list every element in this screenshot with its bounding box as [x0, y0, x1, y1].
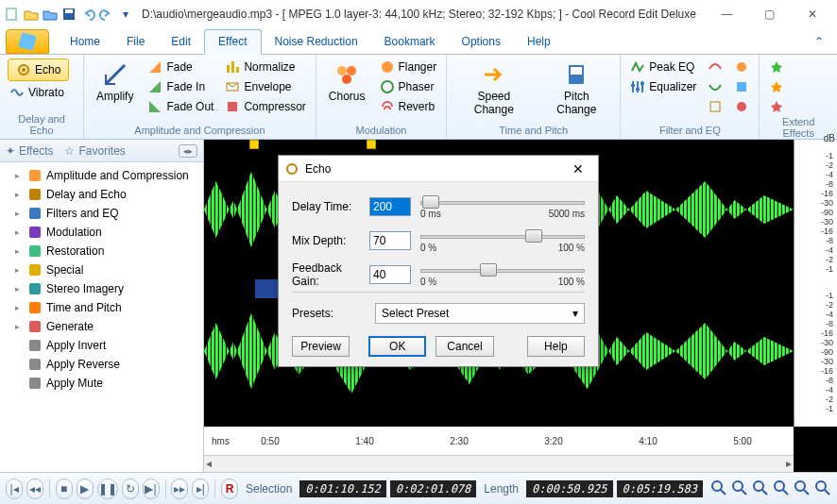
qat-undo-icon[interactable] [79, 6, 96, 23]
expand-icon[interactable] [15, 341, 24, 350]
normalize-button[interactable]: Normalize [223, 59, 307, 76]
expand-icon[interactable]: ▸ [15, 209, 24, 218]
zoom-vert-out-icon[interactable] [814, 479, 831, 498]
vibrato-button[interactable]: Vibrato [8, 84, 69, 101]
transport-play-button[interactable]: ▶ [77, 479, 94, 499]
envelope-button[interactable]: Envelope [223, 78, 307, 95]
tree-item-delay-and-echo[interactable]: ▸Delay and Echo [2, 185, 201, 204]
zoom-out-icon[interactable] [731, 479, 748, 498]
dialog-close-button[interactable]: ✕ [564, 159, 592, 179]
zoom-fit-icon[interactable] [773, 479, 790, 498]
fadein-button[interactable]: Fade In [145, 78, 215, 95]
flanger-button[interactable]: Flanger [378, 59, 439, 76]
transport-start-button[interactable]: |◂ [6, 479, 23, 499]
tree-item-apply-reverse[interactable]: Apply Reverse [2, 355, 201, 374]
tab-options[interactable]: Options [449, 30, 514, 54]
zoom-in-icon[interactable] [710, 479, 727, 498]
tree-item-time-and-pitch[interactable]: ▸Time and Pitch [2, 298, 201, 317]
horizontal-scrollbar[interactable]: ◂ ▸ [204, 455, 794, 472]
cancel-button[interactable]: Cancel [436, 336, 493, 357]
transport-end-button[interactable]: ▸| [192, 479, 209, 499]
transport-stop-button[interactable]: ■ [56, 479, 73, 499]
filter-btn-3[interactable] [706, 98, 725, 115]
amplify-button[interactable]: Amplify [92, 59, 138, 106]
mix-depth-slider[interactable]: 0 % 100 % [420, 227, 585, 254]
transport-forward-button[interactable]: ▸▸ [171, 479, 188, 499]
preview-button[interactable]: Preview [292, 336, 350, 357]
help-button[interactable]: Help [527, 336, 585, 357]
qat-dropdown-icon[interactable]: ▾ [117, 6, 134, 23]
tab-home[interactable]: Home [57, 30, 113, 54]
transport-pause-button[interactable]: ❚❚ [97, 479, 118, 499]
expand-icon[interactable] [15, 360, 24, 369]
marker-end[interactable] [367, 140, 376, 149]
peak-eq-button[interactable]: Peak EQ [628, 59, 698, 76]
filter-btn-2[interactable] [706, 78, 725, 95]
filter-btn-5[interactable] [732, 78, 751, 95]
phaser-button[interactable]: Phaser [378, 78, 439, 95]
speed-change-button[interactable]: Speed Change [454, 59, 533, 119]
minimize-button[interactable]: — [706, 1, 748, 27]
marker-start[interactable] [249, 140, 259, 149]
scroll-right-icon[interactable]: ▸ [786, 457, 792, 470]
tab-edit[interactable]: Edit [158, 30, 204, 54]
scroll-left-icon[interactable]: ◂ [206, 457, 212, 470]
expand-icon[interactable]: ▸ [15, 322, 24, 331]
tree-item-generate[interactable]: ▸Generate [2, 317, 201, 336]
fadeout-button[interactable]: Fade Out [145, 98, 215, 115]
qat-open-icon[interactable] [23, 6, 40, 23]
filter-btn-4[interactable] [732, 59, 751, 76]
transport-playsel-button[interactable]: ▶| [143, 479, 160, 499]
timeline[interactable]: hms 0:501:402:303:204:105:00 [204, 427, 794, 455]
close-button[interactable]: ✕ [791, 1, 833, 27]
zoom-sel-icon[interactable] [752, 479, 769, 498]
fade-button[interactable]: Fade [145, 59, 215, 76]
reverb-button[interactable]: Reverb [378, 98, 439, 115]
filter-btn-6[interactable] [732, 98, 751, 115]
filter-btn-1[interactable] [706, 59, 725, 76]
sidebar-tab-favorites[interactable]: ☆Favorites [64, 144, 125, 158]
preset-select[interactable]: Select Preset ▾ [375, 303, 585, 324]
expand-icon[interactable]: ▸ [15, 246, 24, 256]
mix-depth-input[interactable] [369, 231, 411, 250]
pitch-change-button[interactable]: Pitch Change [540, 59, 612, 119]
app-button[interactable] [6, 29, 49, 54]
tree-item-amplitude-and-compression[interactable]: ▸Amplitude and Compression [2, 166, 201, 185]
tree-item-apply-mute[interactable]: Apply Mute [2, 374, 201, 393]
expand-icon[interactable]: ▸ [15, 227, 24, 237]
delay-time-input[interactable] [369, 197, 411, 216]
compressor-button[interactable]: Compressor [223, 98, 307, 115]
expand-icon[interactable]: ▸ [15, 284, 24, 294]
chorus-button[interactable]: Chorus [324, 59, 370, 106]
sidebar-collapse-icon[interactable]: ◂▸ [179, 144, 197, 158]
zoom-vert-in-icon[interactable] [794, 479, 811, 498]
tab-bookmark[interactable]: Bookmark [371, 30, 449, 54]
echo-button[interactable]: Echo [8, 59, 69, 81]
tree-item-stereo-imagery[interactable]: ▸Stereo Imagery [2, 279, 201, 298]
expand-icon[interactable]: ▸ [15, 303, 24, 312]
expand-icon[interactable]: ▸ [15, 265, 24, 275]
feedback-gain-input[interactable] [369, 265, 411, 284]
qat-new-icon[interactable] [4, 6, 21, 23]
ext-btn-2[interactable] [767, 78, 786, 95]
tree-item-apply-invert[interactable]: Apply Invert [2, 336, 201, 355]
ext-btn-3[interactable] [767, 98, 786, 115]
equalizer-button[interactable]: Equalizer [628, 78, 698, 95]
expand-icon[interactable]: ▸ [15, 171, 24, 180]
tree-item-restoration[interactable]: ▸Restoration [2, 242, 201, 260]
tab-effect[interactable]: Effect [204, 29, 261, 55]
tab-help[interactable]: Help [514, 30, 564, 54]
maximize-button[interactable]: ▢ [748, 1, 791, 27]
expand-icon[interactable]: ▸ [15, 190, 24, 199]
tree-item-modulation[interactable]: ▸Modulation [2, 223, 201, 242]
record-button[interactable]: R [221, 479, 238, 499]
tree-item-special[interactable]: ▸Special [2, 260, 201, 279]
ok-button[interactable]: OK [368, 336, 426, 357]
expand-icon[interactable] [15, 378, 24, 388]
delay-time-slider[interactable]: 0 ms 5000 ms [420, 193, 585, 220]
ribbon-collapse-icon[interactable]: ⌃ [801, 30, 837, 54]
transport-loop-button[interactable]: ↻ [122, 479, 139, 499]
qat-save-icon[interactable] [60, 6, 77, 23]
transport-rewind-button[interactable]: ◂◂ [26, 479, 43, 499]
feedback-gain-slider[interactable]: 0 % 100 % [420, 261, 585, 288]
